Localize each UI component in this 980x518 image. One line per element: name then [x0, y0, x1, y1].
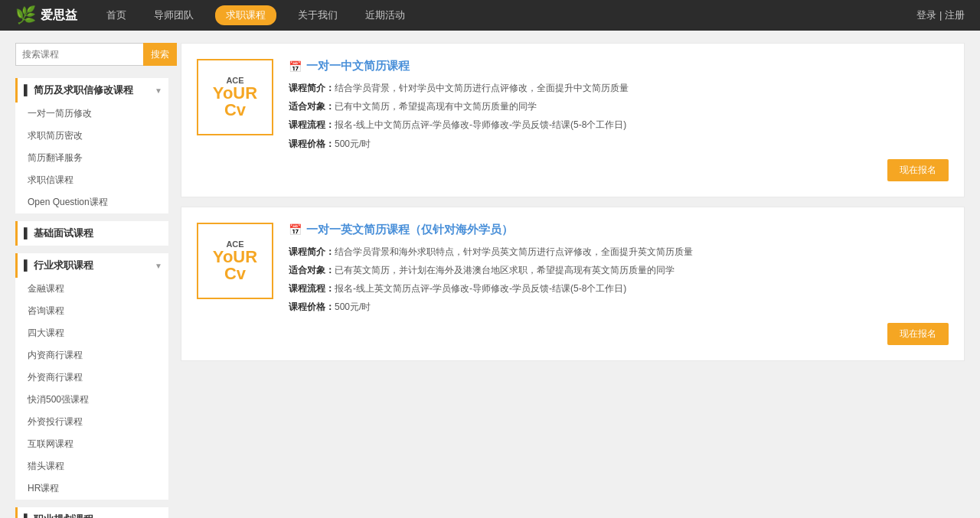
- sidebar-section-title[interactable]: ▌ 行业求职课程▼: [15, 253, 168, 278]
- nav-link-导师团队[interactable]: 导师团队: [148, 5, 200, 25]
- sidebar-item[interactable]: 内资商行课程: [15, 344, 168, 367]
- thumb-cv: Cv: [224, 102, 246, 119]
- thumb-your: YoUR: [213, 85, 257, 102]
- sidebar-section-plain[interactable]: ▌ 职业规划课程: [15, 507, 168, 518]
- course-list: ACE YoUR Cv 📅一对一中文简历课程课程简介：结合学员背景，针对学员中文…: [181, 43, 965, 361]
- course-thumbnail: ACE YoUR Cv: [197, 59, 273, 135]
- navbar: 🌿 爱思益 首页导师团队求职课程关于我们近期活动 登录 | 注册: [0, 0, 980, 31]
- course-detail: 适合对象：已有英文简历，并计划在海外及港澳台地区求职，希望提高现有英文简历质量的…: [289, 263, 949, 278]
- sidebar-item[interactable]: 简历翻译服务: [15, 147, 168, 169]
- login-register-link[interactable]: 登录 | 注册: [916, 8, 965, 22]
- main-content: ACE YoUR Cv 📅一对一中文简历课程课程简介：结合学员背景，针对学员中文…: [181, 43, 965, 518]
- sidebar-item[interactable]: 外资投行课程: [15, 411, 168, 433]
- thumb-your: YoUR: [213, 249, 257, 266]
- calendar-icon: 📅: [289, 223, 302, 236]
- sidebar-item[interactable]: 金融课程: [15, 278, 168, 300]
- nav-link-关于我们[interactable]: 关于我们: [292, 5, 344, 25]
- course-detail: 课程简介：结合学员背景和海外求职特点，针对学员英文简历进行点评修改，全面提升英文…: [289, 245, 949, 259]
- course-card: ACE YoUR Cv 📅一对一英文简历课程（仅针对海外学员）课程简介：结合学员…: [181, 207, 965, 361]
- sidebar-item[interactable]: HR课程: [15, 477, 168, 500]
- page-layout: 搜索 ▌ 简历及求职信修改课程▼一对一简历修改求职简历密改简历翻译服务求职信课程…: [15, 43, 965, 518]
- sidebar-item[interactable]: Open Question课程: [15, 191, 168, 213]
- search-button[interactable]: 搜索: [143, 43, 177, 66]
- sidebar-section: ▌ 基础面试课程: [15, 221, 168, 246]
- enroll-button[interactable]: 现在报名: [887, 159, 949, 181]
- nav-link-近期活动[interactable]: 近期活动: [359, 5, 411, 25]
- course-detail: 适合对象：已有中文简历，希望提高现有中文简历质量的同学: [289, 99, 949, 114]
- course-detail: 课程简介：结合学员背景，针对学员中文简历进行点评修改，全面提升中文简历质量: [289, 81, 949, 96]
- course-title: 📅一对一中文简历课程: [289, 59, 949, 73]
- course-title: 📅一对一英文简历课程（仅针对海外学员）: [289, 223, 949, 237]
- nav-links: 首页导师团队求职课程关于我们近期活动: [100, 5, 916, 25]
- sidebar-section: ▌ 职业规划课程: [15, 507, 168, 518]
- sidebar-item[interactable]: 四大课程: [15, 322, 168, 344]
- logo-icon: 🌿: [15, 5, 36, 25]
- logo-text: 爱思益: [41, 8, 77, 24]
- course-info: 📅一对一中文简历课程课程简介：结合学员背景，针对学员中文简历进行点评修改，全面提…: [289, 59, 949, 181]
- course-info: 📅一对一英文简历课程（仅针对海外学员）课程简介：结合学员背景和海外求职特点，针对…: [289, 223, 949, 345]
- sidebar: 搜索 ▌ 简历及求职信修改课程▼一对一简历修改求职简历密改简历翻译服务求职信课程…: [15, 43, 168, 518]
- sidebar-section-title[interactable]: ▌ 简历及求职信修改课程▼: [15, 78, 168, 103]
- thumb-cv: Cv: [224, 266, 246, 282]
- sidebar-item[interactable]: 快消500强课程: [15, 389, 168, 411]
- sidebar-section: ▌ 行业求职课程▼金融课程咨询课程四大课程内资商行课程外资商行课程快消500强课…: [15, 253, 168, 500]
- sidebar-item[interactable]: 互联网课程: [15, 433, 168, 455]
- nav-link-求职课程[interactable]: 求职课程: [215, 5, 276, 25]
- search-bar: 搜索: [15, 43, 168, 66]
- sidebar-item[interactable]: 求职信课程: [15, 169, 168, 191]
- calendar-icon: 📅: [289, 60, 302, 73]
- sidebar-section-plain[interactable]: ▌ 基础面试课程: [15, 221, 168, 246]
- course-detail: 课程价格：500元/时: [289, 300, 949, 314]
- sidebar-sections: ▌ 简历及求职信修改课程▼一对一简历修改求职简历密改简历翻译服务求职信课程Ope…: [15, 78, 168, 518]
- course-detail: 课程价格：500元/时: [289, 137, 949, 151]
- course-thumbnail: ACE YoUR Cv: [197, 223, 273, 299]
- course-footer: 现在报名: [289, 323, 949, 345]
- sidebar-item[interactable]: 咨询课程: [15, 300, 168, 322]
- nav-link-首页[interactable]: 首页: [100, 5, 132, 25]
- sidebar-item[interactable]: 求职简历密改: [15, 125, 168, 147]
- search-input[interactable]: [15, 43, 143, 66]
- course-detail: 课程流程：报名-线上中文简历点评-学员修改-导师修改-学员反馈-结课(5-8个工…: [289, 118, 949, 132]
- enroll-button[interactable]: 现在报名: [887, 323, 949, 345]
- sidebar-item[interactable]: 猎头课程: [15, 455, 168, 477]
- sidebar-item[interactable]: 一对一简历修改: [15, 103, 168, 125]
- logo: 🌿 爱思益: [15, 5, 77, 25]
- sidebar-item[interactable]: 外资商行课程: [15, 367, 168, 389]
- sidebar-section: ▌ 简历及求职信修改课程▼一对一简历修改求职简历密改简历翻译服务求职信课程Ope…: [15, 78, 168, 213]
- course-footer: 现在报名: [289, 159, 949, 181]
- course-detail: 课程流程：报名-线上英文简历点评-学员修改-导师修改-学员反馈-结课(5-8个工…: [289, 282, 949, 296]
- course-card: ACE YoUR Cv 📅一对一中文简历课程课程简介：结合学员背景，针对学员中文…: [181, 43, 965, 197]
